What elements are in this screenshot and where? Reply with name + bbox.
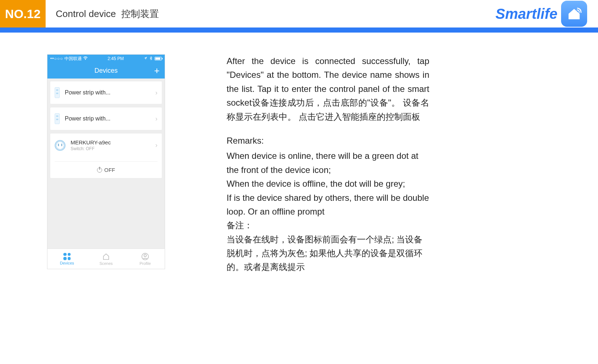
power-toggle-button[interactable]: OFF bbox=[55, 161, 157, 178]
add-device-button[interactable]: + bbox=[154, 65, 160, 76]
clock-label: 2:45 PM bbox=[108, 56, 124, 61]
location-icon bbox=[144, 56, 147, 61]
page-title-zh: 控制装置 bbox=[121, 8, 159, 19]
bluetooth-icon bbox=[150, 56, 152, 62]
svg-point-2 bbox=[144, 254, 146, 257]
description-block: After the device is connected successful… bbox=[227, 54, 429, 274]
chevron-right-icon: › bbox=[155, 89, 157, 97]
page-header: NO.12 Control device 控制装置 Smartlife bbox=[0, 0, 598, 27]
content-area: ••○○○ 中国联通 2:45 PM Devices + bbox=[0, 33, 598, 289]
svg-point-0 bbox=[85, 59, 86, 60]
tab-label: Devices bbox=[60, 261, 74, 265]
divider-bar bbox=[0, 27, 598, 33]
description-main-paragraph: After the device is connected successful… bbox=[227, 54, 429, 124]
device-name-label: MERKURY-a9ec bbox=[71, 139, 150, 145]
wifi-icon bbox=[83, 56, 88, 61]
phone-screenshot: ••○○○ 中国联通 2:45 PM Devices + bbox=[47, 54, 165, 269]
chevron-right-icon: › bbox=[155, 115, 157, 123]
power-strip-icon bbox=[55, 87, 60, 98]
page-title: Control device 控制装置 bbox=[56, 8, 159, 20]
power-state-label: OFF bbox=[104, 167, 115, 173]
scenes-tab-icon bbox=[102, 253, 110, 261]
tab-label: Profile bbox=[139, 261, 151, 266]
page-number-badge: NO.12 bbox=[0, 0, 46, 27]
signal-dots-icon: ••○○○ bbox=[50, 56, 63, 61]
device-list-item[interactable]: Power strip with... › bbox=[50, 107, 162, 130]
profile-tab-icon bbox=[141, 253, 149, 261]
nav-title: Devices bbox=[94, 67, 118, 75]
remarks-heading: Remarks: bbox=[227, 134, 429, 148]
carrier-label: 中国联通 bbox=[64, 56, 82, 62]
status-bar: ••○○○ 中国联通 2:45 PM bbox=[47, 55, 165, 63]
smart-plug-icon bbox=[55, 140, 66, 151]
device-list-item[interactable]: MERKURY-a9ec Switch: OFF › OFF bbox=[50, 134, 162, 178]
power-icon bbox=[97, 168, 102, 173]
device-status-label: Switch: OFF bbox=[71, 146, 150, 151]
device-name-label: Power strip with... bbox=[65, 115, 150, 122]
remarks-body-zh: 当设备在线时，设备图标前面会有一个绿点; 当设备脱机时，点将为灰色; 如果他人共… bbox=[227, 233, 429, 274]
power-strip-icon bbox=[55, 113, 60, 124]
battery-icon bbox=[155, 57, 162, 60]
tab-scenes[interactable]: Scenes bbox=[87, 249, 126, 269]
device-list: Power strip with... › Power strip with..… bbox=[47, 79, 165, 249]
page-title-en: Control device bbox=[56, 8, 116, 19]
device-list-item[interactable]: Power strip with... › bbox=[50, 81, 162, 104]
devices-tab-icon bbox=[63, 253, 71, 260]
brand-logo-icon bbox=[561, 1, 587, 27]
tab-devices[interactable]: Devices bbox=[47, 249, 87, 269]
remarks-line: When device is online, there will be a g… bbox=[227, 149, 429, 177]
brand-name: Smartlife bbox=[496, 6, 557, 22]
tab-label: Scenes bbox=[100, 261, 113, 266]
bottom-tab-bar: Devices Scenes Profile bbox=[47, 249, 165, 269]
tab-profile[interactable]: Profile bbox=[126, 249, 165, 269]
remarks-line: When the device is offline, the dot will… bbox=[227, 177, 429, 191]
device-name-label: Power strip with... bbox=[65, 89, 150, 96]
chevron-right-icon: › bbox=[155, 141, 157, 149]
app-nav-bar: Devices + bbox=[47, 63, 165, 79]
remarks-line: If is the device shared by others, there… bbox=[227, 191, 429, 219]
remarks-heading-zh: 备注： bbox=[227, 219, 429, 232]
